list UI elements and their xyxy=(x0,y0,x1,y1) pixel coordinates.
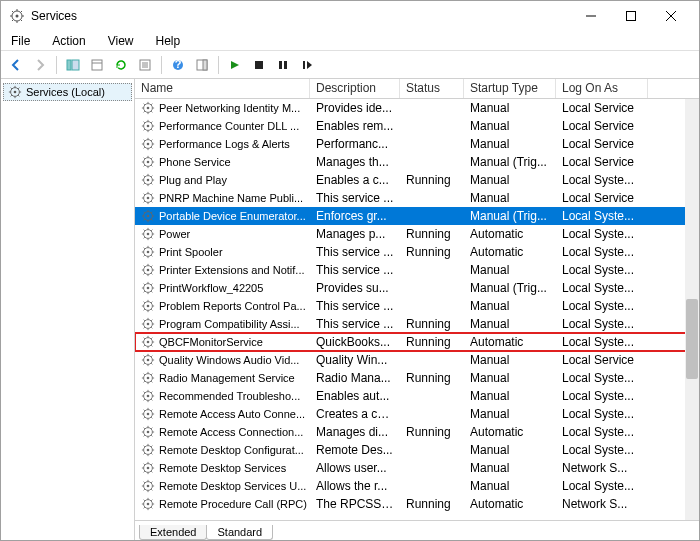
column-header-name[interactable]: Name xyxy=(135,79,310,98)
gear-icon xyxy=(141,119,155,133)
cell-name: Radio Management Service xyxy=(135,371,310,385)
cell-startup: Manual (Trig... xyxy=(464,155,556,169)
gear-icon xyxy=(141,335,155,349)
service-name-text: Plug and Play xyxy=(159,174,227,186)
maximize-button[interactable] xyxy=(611,2,651,30)
service-row[interactable]: Phone ServiceManages th...Manual (Trig..… xyxy=(135,153,699,171)
service-row[interactable]: Portable Device Enumerator...Enforces gr… xyxy=(135,207,699,225)
menu-file[interactable]: File xyxy=(7,32,34,50)
cell-logon: Network S... xyxy=(556,461,648,475)
start-service-button[interactable] xyxy=(224,54,246,76)
restart-service-button[interactable] xyxy=(296,54,318,76)
cell-description: Allows user... xyxy=(310,461,400,475)
cell-name: Remote Access Auto Conne... xyxy=(135,407,310,421)
gear-icon xyxy=(141,281,155,295)
cell-logon: Local Syste... xyxy=(556,407,648,421)
scrollbar[interactable] xyxy=(685,99,699,520)
gear-icon xyxy=(141,443,155,457)
service-name-text: Remote Procedure Call (RPC) xyxy=(159,498,307,510)
cell-startup: Manual xyxy=(464,137,556,151)
cell-startup: Manual xyxy=(464,191,556,205)
export-list-button[interactable] xyxy=(86,54,108,76)
cell-startup: Manual xyxy=(464,101,556,115)
service-row[interactable]: PrintWorkflow_42205Provides su...Manual … xyxy=(135,279,699,297)
cell-startup: Manual (Trig... xyxy=(464,281,556,295)
menu-help[interactable]: Help xyxy=(152,32,185,50)
cell-description: The RPCSS ... xyxy=(310,497,400,511)
svg-point-55 xyxy=(147,377,150,380)
cell-startup: Manual xyxy=(464,389,556,403)
stop-service-button[interactable] xyxy=(248,54,270,76)
titlebar: Services xyxy=(1,1,699,31)
column-header-status[interactable]: Status xyxy=(400,79,464,98)
cell-logon: Local Syste... xyxy=(556,425,648,439)
service-row[interactable]: QBCFMonitorServiceQuickBooks...RunningAu… xyxy=(135,333,699,351)
pause-service-button[interactable] xyxy=(272,54,294,76)
service-row[interactable]: Program Compatibility Assi...This servic… xyxy=(135,315,699,333)
cell-logon: Local Syste... xyxy=(556,317,648,331)
svg-point-49 xyxy=(147,323,150,326)
service-row[interactable]: Performance Counter DLL ...Enables rem..… xyxy=(135,117,699,135)
service-row[interactable]: Printer Extensions and Notif...This serv… xyxy=(135,261,699,279)
svg-point-33 xyxy=(147,179,150,182)
service-row[interactable]: Remote Desktop Services U...Allows the r… xyxy=(135,477,699,495)
service-row[interactable]: Performance Logs & AlertsPerformanc...Ma… xyxy=(135,135,699,153)
service-row[interactable]: Remote Desktop ServicesAllows user...Man… xyxy=(135,459,699,477)
column-header-logon[interactable]: Log On As xyxy=(556,79,648,98)
service-row[interactable]: Remote Access Auto Conne...Creates a co.… xyxy=(135,405,699,423)
svg-text:?: ? xyxy=(175,58,182,70)
service-row[interactable]: Quality Windows Audio Vid...Quality Win.… xyxy=(135,351,699,369)
cell-description: Allows the r... xyxy=(310,479,400,493)
service-row[interactable]: Problem Reports Control Pa...This servic… xyxy=(135,297,699,315)
cell-description: Enables a c... xyxy=(310,173,400,187)
column-header-description[interactable]: Description xyxy=(310,79,400,98)
service-row[interactable]: Radio Management ServiceRadio Mana...Run… xyxy=(135,369,699,387)
service-row[interactable]: PNRP Machine Name Publi...This service .… xyxy=(135,189,699,207)
service-name-text: Performance Counter DLL ... xyxy=(159,120,299,132)
column-header-startup[interactable]: Startup Type xyxy=(464,79,556,98)
svg-point-67 xyxy=(147,485,150,488)
service-row[interactable]: PowerManages p...RunningAutomaticLocal S… xyxy=(135,225,699,243)
tab-extended[interactable]: Extended xyxy=(139,525,207,540)
menu-action[interactable]: Action xyxy=(48,32,89,50)
service-name-text: Phone Service xyxy=(159,156,231,168)
cell-name: Printer Extensions and Notif... xyxy=(135,263,310,277)
gear-icon xyxy=(141,227,155,241)
help-button[interactable]: ? xyxy=(167,54,189,76)
cell-name: Plug and Play xyxy=(135,173,310,187)
cell-startup: Automatic xyxy=(464,497,556,511)
service-name-text: Recommended Troublesho... xyxy=(159,390,300,402)
gear-icon xyxy=(141,173,155,187)
back-button[interactable] xyxy=(5,54,27,76)
tree-item-services-local[interactable]: Services (Local) xyxy=(3,83,132,101)
service-row[interactable]: Remote Desktop Configurat...Remote Des..… xyxy=(135,441,699,459)
close-button[interactable] xyxy=(651,2,691,30)
service-row[interactable]: Peer Networking Identity M...Provides id… xyxy=(135,99,699,117)
cell-description: Radio Mana... xyxy=(310,371,400,385)
toolbar-separator xyxy=(56,56,57,74)
show-hide-tree-button[interactable] xyxy=(62,54,84,76)
minimize-button[interactable] xyxy=(571,2,611,30)
cell-name: PrintWorkflow_42205 xyxy=(135,281,310,295)
service-row[interactable]: Remote Access Connection...Manages di...… xyxy=(135,423,699,441)
svg-point-25 xyxy=(147,107,150,110)
service-row[interactable]: Remote Procedure Call (RPC)The RPCSS ...… xyxy=(135,495,699,513)
svg-point-63 xyxy=(147,449,150,452)
tab-standard[interactable]: Standard xyxy=(206,525,273,540)
cell-status: Running xyxy=(400,245,464,259)
svg-point-65 xyxy=(147,467,150,470)
properties-button[interactable] xyxy=(134,54,156,76)
service-row[interactable]: Print SpoolerThis service ...RunningAuto… xyxy=(135,243,699,261)
service-row[interactable]: Plug and PlayEnables a c...RunningManual… xyxy=(135,171,699,189)
service-name-text: PNRP Machine Name Publi... xyxy=(159,192,303,204)
service-row[interactable]: Recommended Troublesho...Enables aut...M… xyxy=(135,387,699,405)
show-hide-action-pane-button[interactable] xyxy=(191,54,213,76)
service-name-text: Remote Access Auto Conne... xyxy=(159,408,305,420)
menu-view[interactable]: View xyxy=(104,32,138,50)
cell-name: Portable Device Enumerator... xyxy=(135,209,310,223)
cell-logon: Local Syste... xyxy=(556,371,648,385)
refresh-button[interactable] xyxy=(110,54,132,76)
forward-button[interactable] xyxy=(29,54,51,76)
scrollbar-thumb[interactable] xyxy=(686,299,698,379)
svg-point-69 xyxy=(147,503,150,506)
